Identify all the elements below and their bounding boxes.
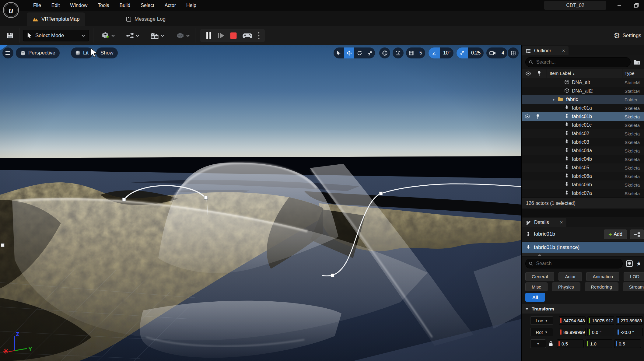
settings-button[interactable]: ⚙ Settings <box>614 26 644 45</box>
location-x-field[interactable]: 34794.648 <box>559 316 586 325</box>
frame-skip-button[interactable] <box>217 29 225 42</box>
outliner-search-box[interactable] <box>525 57 631 67</box>
outliner-row-dna-alt[interactable]: DNA_altStaticM <box>522 78 644 87</box>
rotation-snap-button[interactable] <box>429 47 440 58</box>
rotation-z-field[interactable]: -20.0 ° <box>616 328 643 336</box>
scale-z-field[interactable]: 0.5 <box>614 339 641 348</box>
outliner-row-fabric04b[interactable]: fabric04bSkeleta <box>522 155 644 163</box>
restore-button[interactable] <box>631 1 642 10</box>
scale-lock-icon[interactable] <box>548 341 553 346</box>
outliner-row-fabric01a[interactable]: fabric01aSkeleta <box>522 104 644 112</box>
display-options-button[interactable] <box>626 260 633 267</box>
filter-misc[interactable]: Misc <box>525 282 548 291</box>
show-dropdown[interactable]: Show <box>96 47 118 58</box>
platforms-dropdown[interactable] <box>176 30 190 41</box>
menu-window[interactable]: Window <box>65 0 93 11</box>
details-search-box[interactable] <box>525 259 623 268</box>
location-y-field[interactable]: 13075.912 <box>587 316 614 325</box>
tab-vrtemplatemap[interactable]: VRTemplateMap <box>27 12 85 26</box>
outliner-tab[interactable]: Outliner × <box>522 46 569 55</box>
instance-root-row[interactable]: fabric01b (Instance) <box>522 242 644 253</box>
close-icon[interactable]: × <box>560 220 563 225</box>
filter-animation[interactable]: Animation <box>586 272 619 281</box>
outliner-search-input[interactable] <box>536 59 627 65</box>
world-coordinate-button[interactable] <box>379 47 390 58</box>
filter-lod[interactable]: LOD <box>624 272 644 281</box>
eject-button[interactable] <box>242 29 253 42</box>
rotate-tool-button[interactable] <box>354 47 365 58</box>
viewport-options-menu[interactable] <box>2 47 13 58</box>
view-mode-dropdown[interactable]: Lit <box>71 47 93 58</box>
pin-column-icon[interactable] <box>537 71 541 76</box>
scale-y-field[interactable]: 1.0 <box>586 339 612 348</box>
menu-tools[interactable]: Tools <box>93 0 114 11</box>
outliner-row-fabric03[interactable]: fabric03Skeleta <box>522 138 644 146</box>
menu-file[interactable]: File <box>28 0 46 11</box>
edit-blueprint-button[interactable] <box>630 230 644 239</box>
outliner-row-fabric01b[interactable]: fabric01bSkeleta <box>522 112 644 121</box>
details-search-input[interactable] <box>536 261 619 267</box>
play-options-menu[interactable] <box>258 29 260 42</box>
scale-snap-button[interactable] <box>457 47 468 58</box>
expand-caret-icon[interactable]: ▼ <box>552 98 555 101</box>
perspective-dropdown[interactable]: Perspective <box>16 47 60 58</box>
filter-general[interactable]: General <box>525 272 554 281</box>
camera-speed-value[interactable]: 4 <box>499 50 507 56</box>
surface-snapping-button[interactable] <box>393 47 404 58</box>
scale-snap-value[interactable]: 0.25 <box>468 50 484 56</box>
favorites-star-icon[interactable]: ★ <box>636 260 640 267</box>
scale-dropdown[interactable]: ▼ <box>530 339 546 348</box>
cinematics-dropdown[interactable] <box>150 30 164 41</box>
outliner-row-fabric01c[interactable]: fabric01cSkeleta <box>522 121 644 129</box>
close-icon[interactable]: × <box>562 48 565 54</box>
unreal-engine-logo[interactable]: u <box>2 2 19 19</box>
minimize-button[interactable] <box>614 1 625 10</box>
pin-icon[interactable] <box>536 114 540 119</box>
details-tab[interactable]: Details × <box>522 218 566 227</box>
eye-icon[interactable] <box>524 114 530 119</box>
visibility-column-icon[interactable] <box>525 71 531 76</box>
outliner-row-fabric07a[interactable]: fabric07aSkeleta <box>522 189 644 198</box>
maximize-viewport-button[interactable] <box>508 47 519 58</box>
transform-section-header[interactable]: Transform <box>522 304 644 314</box>
location-dropdown[interactable]: Loc▼ <box>530 316 553 325</box>
level-viewport[interactable]: Z Y ✳ Perspective Lit Show <box>0 45 521 361</box>
rotation-y-field[interactable]: 0.0 ° <box>587 328 614 336</box>
rotation-x-field[interactable]: 89.999999 <box>559 328 586 336</box>
outliner-row-fabric06b[interactable]: fabric06bSkeleta <box>522 180 644 189</box>
outliner-row-dna-alt2[interactable]: DNA_alt2StaticM <box>522 87 644 95</box>
tab-message-log[interactable]: Message Log <box>121 12 171 26</box>
outliner-row-fabric05[interactable]: fabric05Skeleta <box>522 163 644 172</box>
grid-snap-button[interactable] <box>406 47 416 58</box>
select-tool-button[interactable] <box>334 47 344 58</box>
filter-all[interactable]: All <box>525 293 545 302</box>
blueprints-dropdown[interactable] <box>126 30 139 41</box>
add-component-button[interactable]: + Add <box>604 230 627 239</box>
outliner-row-fabric02[interactable]: fabric02Skeleta <box>522 129 644 138</box>
camera-speed-button[interactable] <box>486 47 499 58</box>
type-column-header[interactable]: Type <box>625 71 635 76</box>
rotation-snap-value[interactable]: 10° <box>440 50 453 56</box>
outliner-row-fabric04a[interactable]: fabric04aSkeleta <box>522 146 644 155</box>
location-z-field[interactable]: 270.89689 <box>616 316 643 325</box>
rotation-dropdown[interactable]: Rot▼ <box>530 328 553 336</box>
add-actor-dropdown[interactable] <box>101 30 115 41</box>
menu-actor[interactable]: Actor <box>159 0 181 11</box>
item-label-column-header[interactable]: Item Label ▲ <box>550 71 575 76</box>
pause-button[interactable] <box>205 29 212 42</box>
filter-streaming[interactable]: Streaming <box>623 282 644 291</box>
menu-edit[interactable]: Edit <box>46 0 65 11</box>
filter-physics[interactable]: Physics <box>552 282 580 291</box>
grid-snap-value[interactable]: 5 <box>416 50 425 56</box>
save-button[interactable] <box>5 30 15 41</box>
menu-select[interactable]: Select <box>135 0 159 11</box>
select-mode-dropdown[interactable]: Select Mode <box>23 30 89 41</box>
menu-help[interactable]: Help <box>181 0 201 11</box>
filter-actor[interactable]: Actor <box>558 272 582 281</box>
stop-button[interactable] <box>230 29 237 42</box>
scale-x-field[interactable]: 0.5 <box>557 339 584 348</box>
outliner-row-fabric-folder[interactable]: ▼ fabricFolder <box>522 95 644 104</box>
outliner-row-fabric06a[interactable]: fabric06aSkeleta <box>522 172 644 180</box>
move-tool-button[interactable] <box>344 47 354 58</box>
menu-build[interactable]: Build <box>114 0 136 11</box>
